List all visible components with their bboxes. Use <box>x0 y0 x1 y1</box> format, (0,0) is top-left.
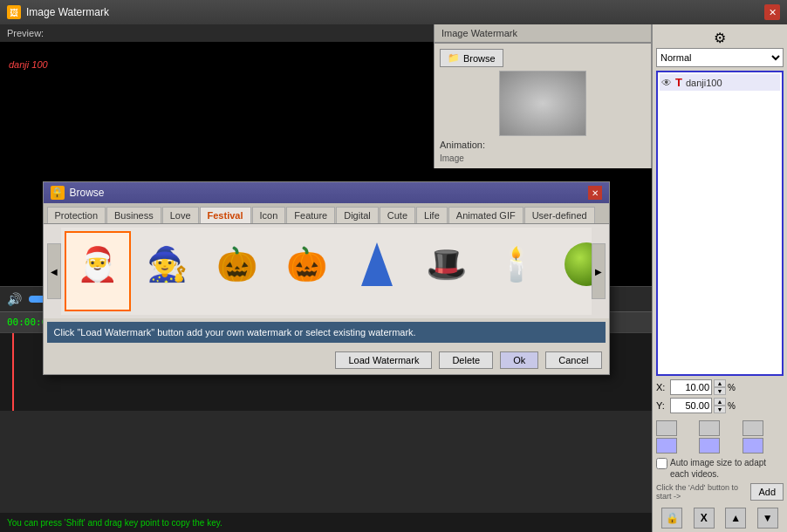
app-icon: 🖼 <box>7 5 21 19</box>
dialog-lock-icon: 🔒 <box>51 186 65 200</box>
tab-feature[interactable]: Feature <box>286 207 335 223</box>
watermark-santa-hat[interactable]: 🎅 <box>65 231 131 311</box>
y-unit: % <box>728 401 736 411</box>
y-up-button[interactable]: ▲ <box>714 398 726 406</box>
watermark-candle[interactable]: 🕯️ <box>483 231 550 311</box>
tab-user-defined[interactable]: User-defined <box>524 207 595 223</box>
titlebar: 🖼 Image Watermark ✕ <box>0 0 787 24</box>
dialog-tabs: Protection Business Love Festival Icon F… <box>44 203 609 224</box>
move-down-button[interactable]: ▼ <box>757 508 778 529</box>
tab-festival[interactable]: Festival <box>200 207 251 223</box>
delete-layer-button[interactable]: X <box>694 508 715 529</box>
blue-hat-image <box>349 236 405 292</box>
delete-watermark-button[interactable]: Delete <box>439 351 493 369</box>
dialog-overlay: 🔒 Browse ✕ Protection Business Love Fest… <box>0 24 652 532</box>
eye-icon[interactable]: 👁 <box>661 77 672 89</box>
x-down-button[interactable]: ▼ <box>714 387 726 395</box>
tab-animated-gif[interactable]: Animated GIF <box>448 207 524 223</box>
right-panel: ⚙ Normal 👁 T danji100 X: ▲ ▼ % <box>652 24 787 532</box>
tab-business[interactable]: Business <box>106 207 161 223</box>
scroll-right-button[interactable]: ▶ <box>592 243 606 299</box>
scroll-left-button[interactable]: ◀ <box>47 243 61 299</box>
tab-life[interactable]: Life <box>416 207 448 223</box>
dialog-titlebar: 🔒 Browse ✕ <box>44 182 609 203</box>
x-unit: % <box>728 383 736 392</box>
pos-tr[interactable] <box>743 420 763 436</box>
svg-marker-0 <box>361 242 393 286</box>
watermark-witch-hat[interactable]: 🧙 <box>134 231 201 311</box>
text-layer-icon: T <box>675 76 682 89</box>
y-input[interactable] <box>670 398 712 413</box>
panel-icon: ⚙ <box>656 28 784 48</box>
close-button[interactable]: ✕ <box>764 4 780 20</box>
watermark-pumpkin-2[interactable]: 🎃 <box>274 231 340 311</box>
dialog-close-button[interactable]: ✕ <box>588 186 602 200</box>
blend-mode-select[interactable]: Normal <box>656 48 784 67</box>
tab-cute[interactable]: Cute <box>380 207 415 223</box>
dialog-actions: Load Watermark Delete Ok Cancel <box>44 346 609 374</box>
layer-item[interactable]: 👁 T danji100 <box>660 74 780 91</box>
y-label: Y: <box>656 400 668 411</box>
add-row: Click the 'Add' button to start -> Add <box>656 483 784 501</box>
pos-mc[interactable] <box>699 438 720 454</box>
watermark-santa-hat-2[interactable]: 🎩 <box>414 231 480 311</box>
position-grid <box>656 420 784 454</box>
y-down-button[interactable]: ▼ <box>714 406 726 413</box>
auto-size-row: Auto image size to adapt each videos. <box>656 457 784 480</box>
auto-size-label: Auto image size to adapt each videos. <box>670 457 784 480</box>
cancel-button[interactable]: Cancel <box>545 351 601 369</box>
watermark-blue-hat[interactable] <box>344 231 410 311</box>
tab-digital[interactable]: Digital <box>336 207 379 223</box>
x-spinner: ▲ ▼ <box>714 379 726 395</box>
tab-icon[interactable]: Icon <box>252 207 286 223</box>
dialog-hint: Click "Load Watermark" button add your o… <box>47 322 606 343</box>
witch-hat-image: 🧙 <box>140 236 195 292</box>
settings-icon: ⚙ <box>714 30 726 46</box>
x-up-button[interactable]: ▲ <box>714 379 726 387</box>
x-input[interactable] <box>670 379 712 395</box>
x-label: X: <box>656 382 668 392</box>
y-coordinate: Y: ▲ ▼ % <box>656 398 784 413</box>
y-spinner: ▲ ▼ <box>714 398 726 413</box>
pos-mr[interactable] <box>743 438 763 454</box>
tab-protection[interactable]: Protection <box>47 207 106 223</box>
action-buttons: 🔒 X ▲ ▼ <box>656 508 784 529</box>
browse-dialog: 🔒 Browse ✕ Protection Business Love Fest… <box>43 181 610 375</box>
watermark-ball[interactable] <box>553 231 592 311</box>
candle-image: 🕯️ <box>489 236 544 292</box>
pos-ml[interactable] <box>656 438 677 454</box>
santa-hat-image: 🎅 <box>70 236 126 292</box>
add-hint: Click the 'Add' button to start -> <box>656 483 747 501</box>
auto-size-checkbox[interactable] <box>656 458 667 469</box>
tab-love[interactable]: Love <box>162 207 199 223</box>
watermark-icons-grid: 🎅 🧙 🎃 🎃 <box>61 228 592 315</box>
pos-tl[interactable] <box>656 420 677 436</box>
santa-hat-2-image: 🎩 <box>419 236 475 292</box>
titlebar-left: 🖼 Image Watermark <box>7 5 109 19</box>
load-watermark-button[interactable]: Load Watermark <box>335 351 432 369</box>
layer-name: danji100 <box>686 78 722 88</box>
layer-list: 👁 T danji100 <box>656 71 784 376</box>
watermark-pumpkin-face[interactable]: 🎃 <box>204 231 270 311</box>
app-title: Image Watermark <box>26 6 109 18</box>
dialog-title: Browse <box>70 187 105 199</box>
pumpkin-2-image: 🎃 <box>279 236 335 292</box>
pumpkin-face-image: 🎃 <box>209 236 265 292</box>
ok-button[interactable]: Ok <box>500 351 538 369</box>
dialog-title-left: 🔒 Browse <box>51 186 105 200</box>
icons-scroll-container: ◀ 🎅 🧙 🎃 🎃 <box>44 224 609 318</box>
lock-button[interactable]: 🔒 <box>661 508 682 529</box>
pos-tc[interactable] <box>699 420 720 436</box>
move-up-button[interactable]: ▲ <box>725 508 746 529</box>
x-coordinate: X: ▲ ▼ % <box>656 379 784 395</box>
ball-image <box>558 236 592 292</box>
add-button[interactable]: Add <box>750 483 784 501</box>
